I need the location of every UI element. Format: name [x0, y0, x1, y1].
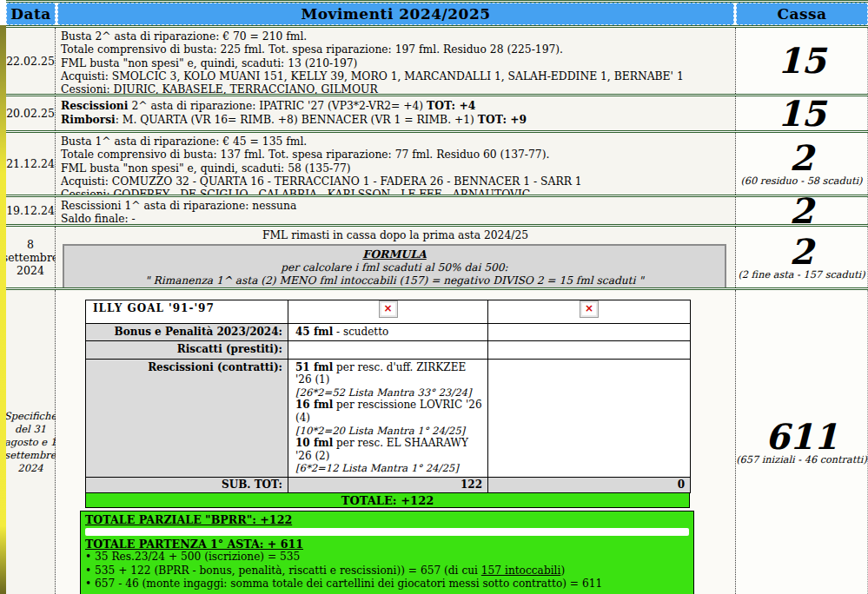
cassa-value: 2 — [790, 195, 814, 224]
movimenti-line: Cessioni: DJURIC, KABASELE, TERRACCIANO,… — [61, 83, 730, 94]
date-cell[interactable]: Specifiche del 31 agosto e 1 settembre 2… — [6, 290, 56, 594]
bonus-label: Bonus e Penalità 2023/2024: — [86, 324, 288, 341]
rescission-item: 16 fml per rescissione LOVRIC '26 (4) — [295, 399, 484, 424]
movimenti-line: Acquisti: COMUZZO 32 - QUARTA 16 - TERRA… — [61, 175, 730, 188]
table-row: 19.12.24 Rescissioni 1^ asta di riparazi… — [6, 195, 868, 224]
table-row: Specifiche del 31 agosto e 1 settembre 2… — [6, 287, 868, 594]
bonus-desc: - scudetto — [333, 326, 388, 338]
line-text: 2^ asta di riparazione: IPATRIC '27 (VP3… — [128, 100, 427, 112]
left-accent-stripe — [0, 25, 6, 594]
formula-line: " Rimanenza 1^ asta (2) MENO fml intocca… — [68, 274, 721, 287]
riscatti-value — [288, 341, 488, 359]
broken-image-icon[interactable]: × — [379, 300, 398, 318]
line-text: : M. QUARTA (VR 16= RIMB. +8) BENNACER (… — [116, 114, 478, 126]
cassa-cell[interactable]: 611 (657 iniziali - 46 contratti) — [736, 290, 868, 594]
movimenti-line: FML busta "non spesi" e, quindi, scaduti… — [61, 57, 730, 70]
rescissioni-value: 51 fml per resc. d'uff. ZIRKZEE '26 (1) … — [288, 359, 488, 477]
header-data-cell[interactable]: Data — [6, 3, 56, 25]
cassa-note: (60 residuo - 58 scaduti) — [740, 175, 862, 187]
movimenti-line: Saldo finale: - — [61, 213, 730, 224]
movimenti-line: Totale comprensivo di busta: 225 fml. To… — [61, 43, 730, 56]
spreadsheet: Data Movimenti 2024/2025 Cassa 22.02.25 … — [6, 0, 868, 594]
formula-line: per calcolare i fml scaduti al 50% dai 5… — [68, 261, 721, 275]
bonus-amount: 45 fml — [295, 326, 333, 338]
header-cassa-label: Cassa — [777, 5, 826, 23]
summary-bullet: • 657 - 46 (monte ingaggi: somma totale … — [85, 578, 689, 591]
riscatti-row: Riscatti (prestiti): — [86, 341, 691, 359]
table-row: 20.02.25 Rescissioni 2^ asta di riparazi… — [6, 94, 868, 130]
bold-lead: Rescissioni — [61, 99, 128, 112]
riscatti-label: Riscatti (prestiti): — [86, 341, 288, 359]
rescission-item: 10 fml per resc. EL SHAARAWY '26 (2) — [295, 437, 484, 462]
movimenti-line: Rescissioni 2^ asta di riparazione: IPAT… — [61, 99, 730, 113]
date-cell[interactable]: 21.12.24 — [6, 133, 56, 195]
date-cell[interactable]: 22.02.25 — [6, 28, 56, 94]
subtot-label: SUB. TOT: — [86, 477, 288, 492]
bonus-row: Bonus e Penalità 2023/2024: 45 fml - scu… — [86, 324, 691, 341]
date-cell[interactable]: 8 settembre 2024 — [6, 227, 56, 287]
table-row: 22.02.25 Busta 2^ asta di riparazione: €… — [6, 25, 868, 94]
broken-image-icon[interactable]: × — [580, 300, 599, 318]
movimenti-cell[interactable]: FML rimasti in cassa dopo la prima asta … — [56, 227, 736, 287]
date-cell[interactable]: 20.02.25 — [6, 96, 56, 130]
subtot-row: SUB. TOT: 122 0 — [86, 477, 691, 492]
movimenti-cell[interactable]: Busta 1^ asta di riparazione: € 45 = 135… — [56, 133, 736, 195]
movimenti-cell[interactable]: Busta 2^ asta di riparazione: € 70 = 210… — [56, 28, 736, 94]
bold-total: TOT: +9 — [478, 113, 527, 126]
cassa-cell[interactable]: 2 — [736, 197, 868, 224]
cassa-value: 15 — [778, 43, 826, 78]
cassa-note: (657 iniziali - 46 contratti) — [736, 454, 867, 465]
movimenti-line: Busta 1^ asta di riparazione: € 45 = 135… — [61, 135, 730, 148]
cassa-value: 611 — [765, 419, 838, 454]
resc-amount: 10 fml — [295, 437, 333, 449]
rescission-note: [10*2=20 Lista Mantra 1° 24/25] — [295, 425, 484, 438]
header-row: Data Movimenti 2024/2025 Cassa — [6, 3, 868, 25]
header-movimenti-cell[interactable]: Movimenti 2024/2025 — [57, 3, 734, 25]
movimenti-cell[interactable]: Rescissioni 2^ asta di riparazione: IPAT… — [56, 96, 736, 130]
resc-amount: 16 fml — [295, 399, 333, 411]
cassa-note: (2 fine asta - 157 scaduti) — [738, 269, 865, 280]
bullet-underlined: 157 intoccabili — [481, 564, 561, 577]
header-movimenti-label: Movimenti 2024/2025 — [301, 5, 490, 23]
cassa-value: 2 — [790, 141, 814, 175]
cassa-value: 15 — [778, 96, 826, 131]
team-table-cell: × — [488, 300, 691, 324]
movimenti-line: Busta 2^ asta di riparazione: € 70 = 210… — [61, 30, 730, 43]
team-table-cell: × — [288, 300, 488, 324]
rescissioni-value-2 — [488, 359, 691, 477]
bold-total: TOT: +4 — [427, 99, 475, 112]
spacer-strip — [85, 528, 689, 536]
cassa-cell[interactable]: 2 (60 residuo - 58 scaduti) — [736, 133, 868, 195]
date-cell[interactable]: 19.12.24 — [6, 197, 56, 224]
bold-lead: Rimborsi — [61, 113, 116, 126]
rescissioni-label: Rescissioni (contratti): — [86, 359, 288, 477]
formula-title: FORMULA — [68, 248, 721, 261]
cassa-cell[interactable]: 2 (2 fine asta - 157 scaduti) — [736, 227, 868, 287]
summary-bullet: • 35 Res.23/24 + 500 (iscrizione) = 535 — [85, 551, 689, 564]
movimenti-line: Rescissioni 1^ asta di riparazione: ness… — [61, 200, 730, 213]
totale-parziale: TOTALE PARZIALE "BPRR": +122 — [85, 513, 689, 526]
resc-amount: 51 fml — [295, 361, 333, 373]
header-cassa-cell[interactable]: Cassa — [736, 3, 868, 25]
team-table: ILLY GOAL '91-'97 × × Bonus e Penalità 2… — [85, 300, 691, 493]
movimenti-line: Acquisti: SMOLCIC 3, KOLO MUANI 151, KEL… — [61, 70, 730, 83]
rescission-note: [26*2=52 Lista Mantra 33° 23/24] — [295, 386, 484, 399]
formula-box: FORMULA per calcolare i fml scaduti al 5… — [63, 244, 726, 287]
subtot-value-2: 0 — [488, 477, 691, 492]
table-row: 21.12.24 Busta 1^ asta di riparazione: €… — [6, 130, 868, 195]
bonus-value: 45 fml - scudetto — [288, 324, 488, 341]
movimenti-line: FML busta "non spesi" e, quindi, scaduti… — [61, 162, 730, 175]
subtot-value: 122 — [288, 477, 488, 492]
movimenti-cell[interactable]: Rescissioni 1^ asta di riparazione: ness… — [56, 197, 736, 224]
cassa-cell[interactable]: 15 — [736, 96, 868, 130]
team-table-title-row: ILLY GOAL '91-'97 × × — [86, 300, 691, 324]
cassa-cell[interactable]: 15 — [736, 28, 868, 94]
movimenti-cell[interactable]: ILLY GOAL '91-'97 × × Bonus e Penalità 2… — [56, 290, 736, 594]
rescission-item: 51 fml per resc. d'uff. ZIRKZEE '26 (1) — [295, 361, 484, 386]
riscatti-value-2 — [488, 341, 691, 359]
cassa-value: 2 — [790, 234, 814, 269]
summary-bullet: • 535 + 122 (BPRR - bonus, penalità, ris… — [85, 564, 689, 578]
bullet-text: ) — [560, 564, 565, 577]
movimenti-intro-line: FML rimasti in cassa dopo la prima asta … — [61, 229, 730, 242]
bullet-text: • 535 + 122 (BPRR - bonus, penalità, ris… — [85, 564, 481, 577]
